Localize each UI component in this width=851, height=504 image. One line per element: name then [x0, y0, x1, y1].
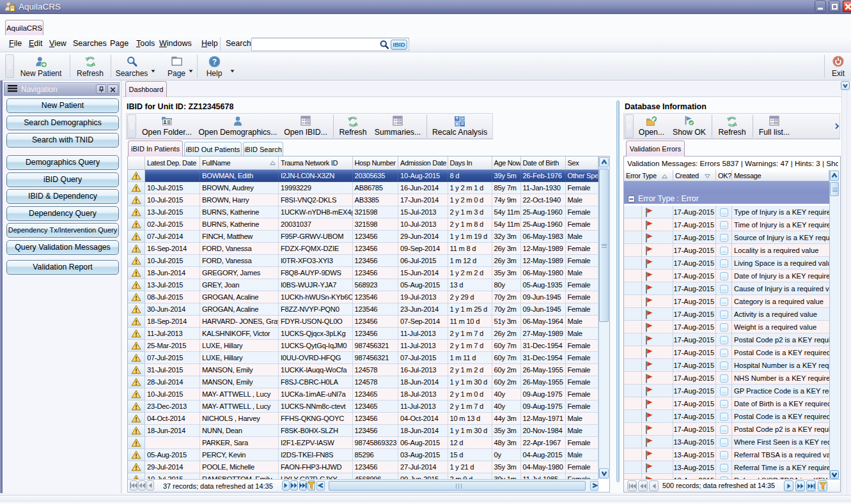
svg-text:=: = — [461, 121, 464, 127]
svg-text:?: ? — [212, 57, 217, 66]
